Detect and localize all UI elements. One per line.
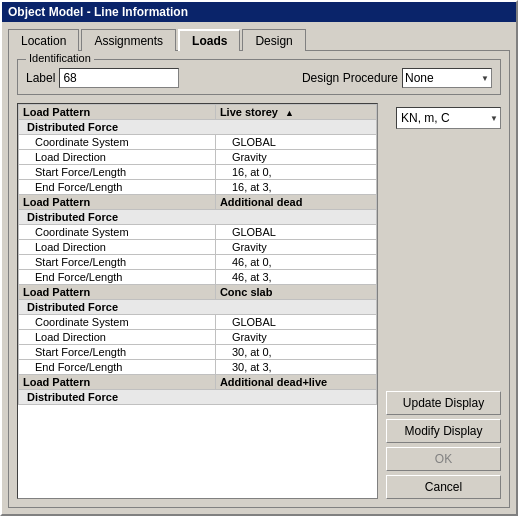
table-cell: Gravity (215, 330, 376, 345)
table-row: Load Direction Gravity (19, 150, 377, 165)
identification-group: Identification Label Design Procedure No… (17, 59, 501, 95)
tab-design[interactable]: Design (242, 29, 305, 51)
table-row: End Force/Length 30, at 3, (19, 360, 377, 375)
table-row: Distributed Force (19, 120, 377, 135)
table-row: Start Force/Length 30, at 0, (19, 345, 377, 360)
table-cell: 16, at 3, (215, 180, 376, 195)
table-row: Load Pattern Additional dead (19, 195, 377, 210)
table-row: Distributed Force (19, 300, 377, 315)
table-cell: End Force/Length (19, 360, 216, 375)
window-title: Object Model - Line Information (8, 5, 188, 19)
table-row: Load Pattern Additional dead+live (19, 375, 377, 390)
table-cell: Gravity (215, 240, 376, 255)
design-proc-group: Design Procedure None (302, 68, 492, 88)
table-row: End Force/Length 16, at 3, (19, 180, 377, 195)
table-cell: Load Pattern (19, 105, 216, 120)
table-cell: Load Pattern (19, 375, 216, 390)
table-cell: 46, at 3, (215, 270, 376, 285)
table-row: Distributed Force (19, 390, 377, 405)
table-cell: GLOBAL (215, 225, 376, 240)
title-bar: Object Model - Line Information (2, 2, 516, 22)
table-cell: Distributed Force (19, 210, 377, 225)
table-row: Load Direction Gravity (19, 330, 377, 345)
table-cell: 30, at 0, (215, 345, 376, 360)
table-row: Load Pattern Live storey ▲ (19, 105, 377, 120)
table-cell: Load Direction (19, 150, 216, 165)
units-select-wrapper: KN, m, C (396, 107, 501, 129)
main-area: Load Pattern Live storey ▲ Distributed F… (17, 103, 501, 499)
table-cell: Distributed Force (19, 390, 377, 405)
table-cell: Additional dead+live (215, 375, 376, 390)
label-text: Label (26, 71, 55, 85)
content-area: Location Assignments Loads Design Identi… (2, 22, 516, 514)
label-input[interactable] (59, 68, 179, 88)
design-proc-select-wrapper: None (402, 68, 492, 88)
design-proc-select[interactable]: None (402, 68, 492, 88)
tab-assignments[interactable]: Assignments (81, 29, 176, 51)
cancel-button[interactable]: Cancel (386, 475, 501, 499)
table-cell: Additional dead (215, 195, 376, 210)
table-cell: Coordinate System (19, 225, 216, 240)
table-cell: GLOBAL (215, 135, 376, 150)
right-panel: KN, m, C Update Display Modify Display O… (386, 103, 501, 499)
table-cell: Load Direction (19, 240, 216, 255)
table-cell: Start Force/Length (19, 345, 216, 360)
table-cell: End Force/Length (19, 270, 216, 285)
identification-row: Label Design Procedure None (26, 68, 492, 88)
table-cell: Load Pattern (19, 195, 216, 210)
table-cell: Coordinate System (19, 135, 216, 150)
loads-table: Load Pattern Live storey ▲ Distributed F… (18, 104, 377, 405)
table-cell: 30, at 3, (215, 360, 376, 375)
table-row: Coordinate System GLOBAL (19, 225, 377, 240)
action-buttons: Update Display Modify Display OK Cancel (386, 391, 501, 499)
table-cell: 46, at 0, (215, 255, 376, 270)
table-cell: Distributed Force (19, 300, 377, 315)
modify-display-button[interactable]: Modify Display (386, 419, 501, 443)
table-cell: Gravity (215, 150, 376, 165)
table-row: End Force/Length 46, at 3, (19, 270, 377, 285)
table-row: Load Direction Gravity (19, 240, 377, 255)
update-display-button[interactable]: Update Display (386, 391, 501, 415)
table-row: Load Pattern Conc slab (19, 285, 377, 300)
table-cell: Load Direction (19, 330, 216, 345)
table-cell: Distributed Force (19, 120, 377, 135)
tab-loads[interactable]: Loads (178, 29, 240, 51)
table-cell: Start Force/Length (19, 165, 216, 180)
sort-arrow-icon: ▲ (285, 108, 294, 118)
table-cell: Coordinate System (19, 315, 216, 330)
table-cell: Live storey ▲ (215, 105, 376, 120)
tab-content-loads: Identification Label Design Procedure No… (8, 50, 510, 508)
table-row: Start Force/Length 46, at 0, (19, 255, 377, 270)
main-window: Object Model - Line Information Location… (0, 0, 518, 516)
table-row: Coordinate System GLOBAL (19, 135, 377, 150)
label-field-group: Label (26, 68, 179, 88)
table-cell: 16, at 0, (215, 165, 376, 180)
table-cell: GLOBAL (215, 315, 376, 330)
units-select[interactable]: KN, m, C (396, 107, 501, 129)
table-cell: End Force/Length (19, 180, 216, 195)
table-cell: Start Force/Length (19, 255, 216, 270)
table-row: Start Force/Length 16, at 0, (19, 165, 377, 180)
table-row: Distributed Force (19, 210, 377, 225)
loads-table-container[interactable]: Load Pattern Live storey ▲ Distributed F… (17, 103, 378, 499)
ok-button[interactable]: OK (386, 447, 501, 471)
identification-legend: Identification (26, 52, 94, 64)
tab-location[interactable]: Location (8, 29, 79, 51)
table-row: Coordinate System GLOBAL (19, 315, 377, 330)
table-cell: Load Pattern (19, 285, 216, 300)
tab-bar: Location Assignments Loads Design (8, 28, 510, 50)
table-cell: Conc slab (215, 285, 376, 300)
design-proc-label: Design Procedure (302, 71, 398, 85)
